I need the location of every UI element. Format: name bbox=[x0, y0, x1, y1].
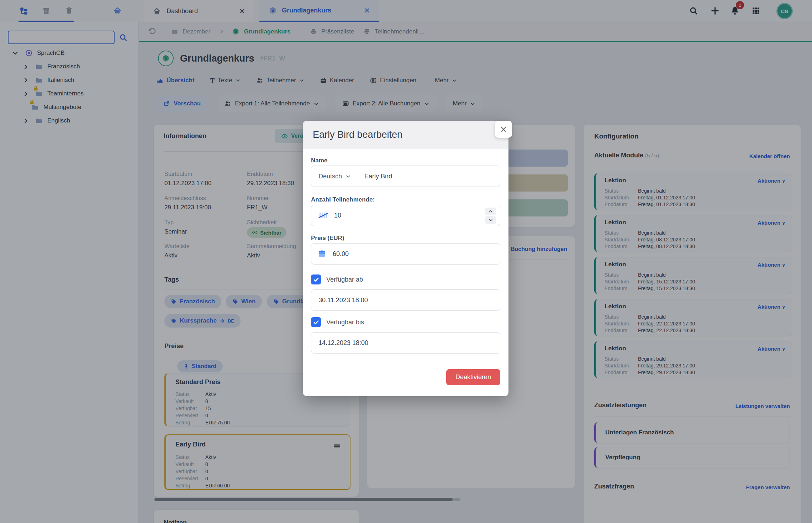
close-icon bbox=[500, 126, 507, 133]
tally-icon bbox=[318, 210, 329, 220]
participants-label: Anzahl Teilnehmende: bbox=[311, 196, 375, 203]
chevron-down-icon bbox=[488, 218, 493, 223]
available-until-value[interactable]: 14.12.2023 18:00 bbox=[318, 339, 368, 347]
language-select[interactable]: Deutsch bbox=[318, 173, 351, 180]
available-from-field[interactable]: 30.11.2023 18:00 bbox=[311, 289, 500, 311]
price-label: Preis (EUR) bbox=[311, 235, 344, 242]
participants-field[interactable]: 10 bbox=[311, 205, 500, 226]
check-icon bbox=[313, 276, 320, 283]
deactivate-button[interactable]: Deaktivieren bbox=[446, 369, 500, 385]
chevron-down-icon bbox=[346, 174, 351, 179]
participants-value[interactable]: 10 bbox=[334, 212, 341, 219]
name-label: Name bbox=[311, 157, 327, 164]
available-until-label: Verfügbar bis bbox=[326, 319, 364, 326]
chevron-up-icon bbox=[488, 209, 493, 214]
coins-icon bbox=[318, 249, 327, 258]
stepper-down[interactable] bbox=[485, 216, 496, 224]
modal-close-button[interactable] bbox=[495, 121, 512, 138]
modal-header: Early Bird bearbeiten bbox=[303, 121, 508, 149]
name-field[interactable]: Deutsch Early Bird bbox=[311, 166, 500, 187]
available-until-field[interactable]: 14.12.2023 18:00 bbox=[311, 332, 500, 354]
stepper-up[interactable] bbox=[485, 208, 496, 215]
available-from-label: Verfügbar ab bbox=[326, 276, 363, 283]
available-from-value[interactable]: 30.11.2023 18:00 bbox=[318, 297, 368, 304]
price-field[interactable]: 60.00 bbox=[311, 243, 500, 265]
available-from-checkbox[interactable] bbox=[311, 274, 321, 284]
early-bird-modal: Early Bird bearbeiten Name Deutsch Early… bbox=[303, 121, 508, 396]
name-value[interactable]: Early Bird bbox=[364, 173, 392, 180]
check-icon bbox=[313, 319, 320, 326]
price-value[interactable]: 60.00 bbox=[333, 250, 349, 258]
available-until-checkbox[interactable] bbox=[311, 317, 321, 327]
app-window: Dashboard × Grundlagenkurs × 1 CB Sprach… bbox=[0, 0, 812, 523]
modal-title: Early Bird bearbeiten bbox=[313, 129, 402, 140]
